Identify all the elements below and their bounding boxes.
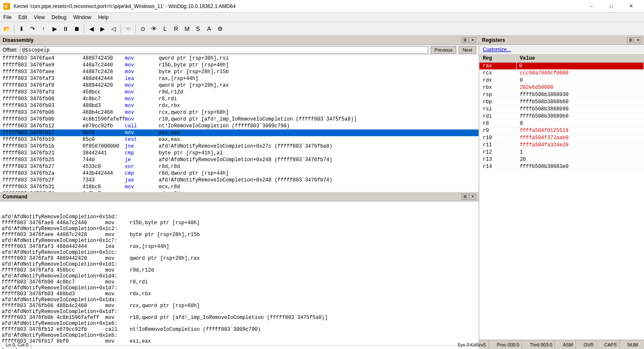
menu-window[interactable]: Window bbox=[70, 13, 95, 22]
menu-view[interactable]: View bbox=[30, 13, 48, 22]
disasm-mnemonic: mov bbox=[125, 69, 159, 75]
register-name: r13 bbox=[479, 156, 516, 163]
registers-undock-btn[interactable]: ⊞ bbox=[627, 37, 634, 43]
tb-break-btn[interactable]: ⏸ bbox=[61, 24, 71, 34]
register-name: r14 bbox=[479, 163, 516, 170]
register-row[interactable]: rax0 bbox=[479, 63, 644, 70]
disasm-row[interactable]: fffff803`3476fb0b4c8b1596fafeffmovr10,qw… bbox=[0, 116, 479, 123]
tb-stepover-btn[interactable]: ↷ bbox=[28, 24, 38, 34]
command-output-line: afd!AfdNotifyRemoveIoCompletion+0x1d4: bbox=[2, 273, 477, 279]
register-row[interactable]: r9ffffa504f9125518 bbox=[479, 127, 644, 135]
tb-regs-btn[interactable]: R bbox=[171, 24, 181, 34]
tb-watch-btn[interactable]: 👁 bbox=[149, 24, 159, 34]
disasm-row[interactable]: fffff803`3476fb004c8bc7movr8,rdi bbox=[0, 96, 479, 102]
toolbar: 📂 ⬇ ↷ ↑ ▶ ⏸ ⏹ ◀ ▶ ◁ ☜ ⊙ 👁 L R M S A ⚙ bbox=[0, 22, 644, 36]
register-row[interactable]: r1320 bbox=[479, 156, 644, 163]
tb-back-btn[interactable]: ◀ bbox=[86, 24, 96, 34]
tb-stack-btn[interactable]: S bbox=[193, 24, 203, 34]
disasm-row[interactable]: fffff803`3476faf3488d442444learax,[rsp+4… bbox=[0, 75, 479, 82]
menu-debug[interactable]: Debug bbox=[48, 13, 70, 22]
menu-edit[interactable]: Edit bbox=[15, 13, 30, 22]
disasm-operands: qword ptr [rsp+30h],rsi bbox=[159, 55, 479, 62]
tb-stepinto-btn[interactable]: ⬇ bbox=[17, 24, 27, 34]
disasm-row[interactable]: fffff803`3476fae44889742430movqword ptr … bbox=[0, 55, 479, 62]
register-row[interactable]: rbpffffb508b3868b60 bbox=[479, 99, 644, 106]
registers-table-container[interactable]: Reg Value rax0rcxccc90a7860cf0000rdx0rbx… bbox=[479, 55, 644, 340]
register-row[interactable]: r10ffffa504f372aab0 bbox=[479, 135, 644, 142]
register-row[interactable]: r11ffffa504fa324e20 bbox=[479, 142, 644, 149]
disasm-row[interactable]: fffff803`3476fb178bf0movesi,eax bbox=[0, 129, 479, 136]
tb-run-btn[interactable]: ▶ bbox=[50, 24, 60, 34]
disassembly-undock-btn[interactable]: ⊞ bbox=[462, 37, 468, 43]
tb-stop-btn[interactable]: ⏹ bbox=[72, 24, 82, 34]
disasm-row[interactable]: fffff803`3476fb25744djeafd!AfdNotifyRemo… bbox=[0, 157, 479, 163]
title-bar: K Kernel 'com:pipe,resets=0,reconnect,po… bbox=[0, 0, 644, 13]
register-row[interactable]: r121 bbox=[479, 149, 644, 156]
tb-fwd-btn[interactable]: ▶ bbox=[97, 24, 107, 34]
disasm-row[interactable]: fffff803`3476faf84889442420movqword ptr … bbox=[0, 82, 479, 89]
disasm-row[interactable]: fffff803`3476fb2138442441cmpbyte ptr [rs… bbox=[0, 150, 479, 157]
disasm-row[interactable]: fffff803`3476fb06488b4c2468movrcx,qword … bbox=[0, 109, 479, 116]
disasm-row[interactable]: fffff803`3476fb12e879cc92fbcallnt!IoRemo… bbox=[0, 123, 479, 129]
command-undock-btn[interactable]: ⊞ bbox=[462, 194, 468, 200]
disasm-row[interactable]: fffff803`3476fb2a443b442444cmpr8d,dword … bbox=[0, 170, 479, 177]
customize-link[interactable]: Customize... bbox=[483, 47, 511, 52]
disasm-bytes: 44887c2428 bbox=[83, 69, 125, 75]
command-output-line: afd!AfdNotifyRemoveIoCompletion+0x1d7: bbox=[2, 285, 477, 291]
disasm-row[interactable]: fffff803`3476fb31418bc8movecx,r8d bbox=[0, 184, 479, 190]
minimize-button[interactable]: − bbox=[582, 0, 601, 13]
disasm-operands: esi,eax bbox=[159, 129, 479, 136]
tb-prev-btn[interactable]: ◁ bbox=[108, 24, 118, 34]
register-row[interactable]: rsiffffb508b3868090 bbox=[479, 106, 644, 113]
registers-close-btn[interactable]: ✕ bbox=[635, 37, 641, 43]
register-row[interactable]: r14ffffb508b38683e0 bbox=[479, 163, 644, 170]
register-row[interactable]: rcxccc90a7860cf0000 bbox=[479, 70, 644, 77]
next-button[interactable]: Next bbox=[459, 46, 476, 54]
register-row[interactable]: rspffffb508b3868030 bbox=[479, 91, 644, 99]
disasm-operands: rcx,qword ptr [rsp+68h] bbox=[159, 109, 479, 116]
disasm-mnemonic: cmp bbox=[125, 170, 159, 177]
disasm-row[interactable]: fffff803`3476fb1985c0testeax,eax bbox=[0, 136, 479, 143]
disassembly-close-btn[interactable]: ✕ bbox=[469, 37, 476, 43]
tb-font-btn[interactable]: A bbox=[204, 24, 214, 34]
tb-options-btn[interactable]: ⚙ bbox=[215, 24, 225, 34]
disasm-operands: r15b,byte ptr [rsp+40h] bbox=[159, 62, 479, 69]
disasm-row[interactable]: fffff803`3476fafd458bccmovr9d,r12d bbox=[0, 89, 479, 96]
command-input[interactable] bbox=[22, 348, 477, 349]
tb-locals-btn[interactable]: L bbox=[160, 24, 170, 34]
disasm-row[interactable]: fffff803`3476fb2f7343jaeafd!AfdNotifyRem… bbox=[0, 177, 479, 184]
disasm-bytes: 488b4c2468 bbox=[83, 109, 125, 116]
disasm-row[interactable]: fffff803`3476fb1b0f8587000000jneafd!AfdN… bbox=[0, 143, 479, 150]
command-close-btn[interactable]: ✕ bbox=[469, 194, 476, 200]
disasm-row[interactable]: fffff803`3476fb03488bd3movrdx,rbx bbox=[0, 102, 479, 109]
close-button[interactable]: ✕ bbox=[622, 0, 641, 13]
register-row[interactable]: rbx202e6d50000 bbox=[479, 84, 644, 91]
command-output-line: fffff803`3476faee 44887c2428 mov byte pt… bbox=[2, 232, 477, 238]
register-row[interactable]: rdx0 bbox=[479, 77, 644, 84]
register-row[interactable]: r80 bbox=[479, 120, 644, 127]
register-name: rsi bbox=[479, 106, 516, 113]
tb-open-btn[interactable]: 📂 bbox=[2, 24, 12, 34]
menu-file[interactable]: File bbox=[0, 13, 15, 22]
menu-help[interactable]: Help bbox=[95, 13, 112, 22]
disasm-addr: fffff803`3476fb27 bbox=[0, 163, 83, 170]
prev-button[interactable]: Previous bbox=[431, 46, 457, 54]
disasm-row[interactable]: fffff803`3476faee44887c2428movbyte ptr [… bbox=[0, 69, 479, 75]
register-value: ffffb508b3868090 bbox=[516, 106, 644, 113]
col-reg-header: Reg bbox=[479, 55, 516, 63]
tb-bp-btn[interactable]: ⊙ bbox=[138, 24, 148, 34]
tb-hand-btn[interactable]: ☜ bbox=[123, 24, 133, 34]
offset-input[interactable] bbox=[20, 46, 428, 54]
command-output-line: fffff803`3476fb00 4c8bc7 mov r8,rdi bbox=[2, 279, 477, 285]
disasm-mnemonic: mov bbox=[125, 89, 159, 96]
register-row[interactable]: rdiffffb508b38680b0 bbox=[479, 113, 644, 120]
disasm-row[interactable]: fffff803`3476fae9448a7c2440movr15b,byte … bbox=[0, 62, 479, 69]
disassembly-lines[interactable]: fffff803`3476fae44889742430movqword ptr … bbox=[0, 55, 479, 192]
disasm-addr: fffff803`3476fb06 bbox=[0, 109, 83, 116]
disasm-row[interactable]: fffff803`3476fb274533c0xorr8d,r8d bbox=[0, 163, 479, 170]
maximize-button[interactable]: □ bbox=[602, 0, 621, 13]
tb-mem-btn[interactable]: M bbox=[182, 24, 192, 34]
left-panel: Disassembly ⊞ ✕ Offset: Previous Next ff… bbox=[0, 36, 479, 340]
menu-bar: File Edit View Debug Window Help bbox=[0, 13, 644, 22]
tb-stepout-btn[interactable]: ↑ bbox=[39, 24, 49, 34]
